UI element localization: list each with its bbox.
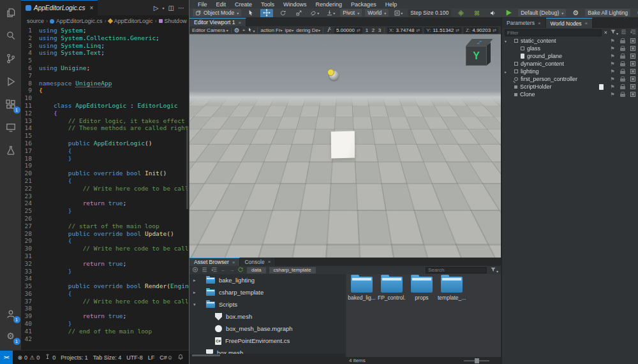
- node-flag-icon[interactable]: ⚑: [609, 38, 616, 44]
- viewport-3d[interactable]: Z Y: [189, 34, 501, 258]
- asset-expand-icon[interactable]: ▸: [193, 278, 198, 283]
- node-flag-icon[interactable]: ⚑: [609, 61, 616, 67]
- asset-tree-row-csharp_template[interactable]: ▸csharp_template: [189, 286, 345, 298]
- node-flag-icon[interactable]: ⚑: [609, 46, 616, 52]
- camera-x-field[interactable]: X:3.74748⇄: [387, 27, 422, 34]
- editor-scrollbar[interactable]: [186, 126, 188, 209]
- physics-simulation-icon[interactable]: [454, 9, 467, 17]
- world-node-Clone[interactable]: Clone⚑: [502, 91, 638, 98]
- code-line[interactable]: 27 // start of the main loop: [21, 222, 189, 230]
- code-line[interactable]: 36 {: [21, 290, 189, 298]
- more-actions-icon[interactable]: ⋯: [178, 4, 184, 11]
- asset-visibility-icon[interactable]: [192, 266, 198, 274]
- tab-size-status[interactable]: Tab Size: 4: [93, 354, 122, 361]
- node-flag-icon[interactable]: ⚑: [609, 69, 616, 75]
- mode-dropdown[interactable]: Object Mode▾: [193, 9, 241, 17]
- node-enabled-toggle[interactable]: [630, 54, 635, 59]
- viewport-tab-close-icon[interactable]: ×: [239, 20, 242, 25]
- breadcrumb[interactable]: source › AppEditorLogic.cs › AppEditorLo…: [21, 15, 189, 27]
- snap-tool-dropdown[interactable]: ▾: [308, 9, 321, 17]
- tab-appeditorlogic[interactable]: AppEditorLogic.cs ×: [21, 0, 98, 15]
- code-line[interactable]: 2using System.Collections.Generic;: [21, 34, 189, 42]
- code-line[interactable]: 29 {: [21, 237, 189, 245]
- code-area[interactable]: 1using System;2using System.Collections.…: [21, 27, 189, 350]
- bake-all-lighting-button[interactable]: Bake All Lighting: [585, 9, 630, 17]
- node-enabled-toggle[interactable]: [630, 38, 635, 43]
- camera-add-icon[interactable]: +: [242, 27, 246, 33]
- code-line[interactable]: 6using Unigine;: [21, 64, 189, 72]
- menu-windows[interactable]: Windows: [279, 1, 311, 8]
- code-line[interactable]: 25 }: [21, 207, 189, 215]
- eol-status[interactable]: LF: [148, 354, 155, 361]
- asset-tree-row-box_mesh_base.mgraph[interactable]: box_mesh_base.mgraph: [189, 323, 345, 335]
- step-size-field[interactable]: Step Size 0.100: [408, 9, 451, 17]
- space-dropdown[interactable]: World▾: [365, 9, 389, 17]
- world-nodes-tab-close-icon[interactable]: ×: [585, 20, 588, 26]
- code-line[interactable]: 33 }: [21, 268, 189, 275]
- speed-preset-3[interactable]: 3: [378, 27, 382, 33]
- world-node-first_person_controller[interactable]: first_person_controller⚑: [502, 75, 638, 83]
- remote-explorer-icon[interactable]: [4, 121, 17, 134]
- node-flag-icon[interactable]: ⚑: [609, 76, 616, 82]
- tab-console[interactable]: Console×: [240, 258, 276, 266]
- world-node-ground_plane[interactable]: ground_plane⚑: [502, 52, 638, 60]
- code-line[interactable]: 28 public override bool Update(): [21, 230, 189, 238]
- tab-close-icon[interactable]: ×: [90, 4, 94, 11]
- expand-all-icon[interactable]: [630, 29, 636, 36]
- drop-to-ground-dropdown[interactable]: ▾: [324, 9, 337, 17]
- world-node-dynamic_content[interactable]: dynamic_content⚑: [502, 60, 638, 68]
- world-node-glass[interactable]: glass⚑: [502, 45, 638, 52]
- move-tool[interactable]: [260, 9, 273, 17]
- history-forward-icon[interactable]: →: [229, 267, 234, 273]
- account-icon[interactable]: 1: [4, 308, 17, 321]
- code-line[interactable]: 9{: [21, 87, 189, 94]
- code-line[interactable]: 8namespace UnigineApp: [21, 80, 189, 87]
- ports-status[interactable]: 0: [45, 354, 56, 361]
- node-lock-icon[interactable]: [620, 78, 625, 82]
- code-line[interactable]: 7: [21, 72, 189, 80]
- breadcrumb-data[interactable]: data: [247, 267, 266, 273]
- asset-filter-icon[interactable]: ▾: [490, 266, 498, 274]
- white-cube-left[interactable]: [331, 131, 355, 159]
- code-line[interactable]: 22 // Write here code to be called: [21, 185, 189, 193]
- code-line[interactable]: 42: [21, 335, 189, 343]
- language-status[interactable]: C#: [160, 354, 167, 361]
- code-line[interactable]: 19: [21, 162, 189, 170]
- settings-gear-icon[interactable]: ⚙ 1: [4, 330, 17, 342]
- projects-status[interactable]: Projects: 1: [61, 354, 88, 361]
- node-enabled-toggle[interactable]: [630, 92, 635, 97]
- node-flag-icon[interactable]: ⚑: [609, 84, 616, 90]
- code-line[interactable]: 35 public override bool Render(EngineWi: [21, 282, 189, 290]
- physics-settings-icon[interactable]: [470, 9, 483, 17]
- camera-y-field[interactable]: Y:11.51342⇄: [424, 27, 461, 34]
- node-flag-icon[interactable]: ⚑: [609, 54, 616, 59]
- code-line[interactable]: 3using System.Linq;: [21, 42, 189, 50]
- console-tab-close-icon[interactable]: ×: [268, 259, 271, 265]
- scale-tool[interactable]: [292, 9, 305, 17]
- node-lock-icon[interactable]: [620, 40, 625, 43]
- node-lock-icon[interactable]: [620, 63, 625, 66]
- filter-clear-icon[interactable]: ×: [604, 29, 607, 36]
- code-line[interactable]: 13 // Editor logic, it takes effect onl: [21, 117, 189, 125]
- camera-z-field[interactable]: Z:4.90203⇄: [464, 27, 498, 34]
- camera-dropdown-2[interactable]: ipe▾: [285, 27, 294, 33]
- code-line[interactable]: 11 class AppEditorLogic : EditorLogic: [21, 102, 189, 110]
- breadcrumb-source[interactable]: source: [27, 18, 44, 24]
- code-line[interactable]: 15: [21, 132, 189, 140]
- asset-expand-icon[interactable]: ▾: [193, 302, 198, 307]
- node-lock-icon[interactable]: [620, 86, 625, 89]
- code-line[interactable]: 41 // end of the main loop: [21, 328, 189, 335]
- asset-grid-folder-template_[interactable]: template_...: [438, 277, 466, 301]
- code-line[interactable]: 20 public override bool Init(): [21, 170, 189, 177]
- selector-dropdown[interactable]: ▾: [392, 9, 404, 17]
- remote-indicator[interactable]: ><: [0, 351, 13, 364]
- collapse-tree-icon[interactable]: [202, 266, 208, 274]
- breadcrumb-csharp-template[interactable]: csharp_template: [269, 267, 316, 273]
- code-line[interactable]: 21 {: [21, 177, 189, 185]
- nav-cube-right-face[interactable]: [487, 42, 491, 65]
- source-control-icon[interactable]: [4, 52, 17, 65]
- world-node-static_content[interactable]: ▾static_content⚑: [502, 37, 638, 45]
- code-line[interactable]: 24 return true;: [21, 200, 189, 207]
- play-icon[interactable]: [502, 9, 515, 17]
- nodes-filter-icon[interactable]: ▾: [610, 29, 618, 36]
